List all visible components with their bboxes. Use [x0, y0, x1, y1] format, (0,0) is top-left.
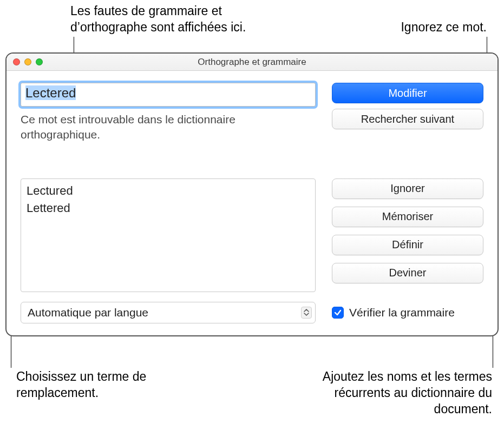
- checkbox-checked-icon[interactable]: [332, 307, 344, 319]
- language-select-value: Automatique par langue: [28, 306, 148, 319]
- callout-choose-replacement: Choisissez un terme de remplacement.: [16, 369, 157, 401]
- suggestions-list[interactable]: Lectured Lettered: [21, 178, 316, 292]
- chevron-up-down-icon: [301, 307, 312, 319]
- callout-add-to-dictionary: Ajoutez les noms et les termes récurrent…: [297, 369, 492, 418]
- find-next-button[interactable]: Rechercher suivant: [332, 109, 483, 129]
- list-item[interactable]: Lettered: [27, 200, 310, 217]
- guess-button[interactable]: Deviner: [332, 263, 483, 283]
- callout-ignore-word: Ignorez ce mot.: [324, 19, 487, 36]
- language-select[interactable]: Automatique par langue: [21, 302, 316, 323]
- spelling-grammar-window: Orthographe et grammaire Lectered Ce mot…: [5, 52, 499, 336]
- ignore-button[interactable]: Ignorer: [332, 178, 483, 199]
- learn-button[interactable]: Mémoriser: [332, 207, 483, 227]
- title-bar: Orthographe et grammaire: [6, 54, 498, 71]
- window-title: Orthographe et grammaire: [6, 57, 498, 68]
- callout-errors-shown-here: Les fautes de grammaire et d’orthographe…: [70, 3, 265, 36]
- misspelled-word-field[interactable]: Lectered: [21, 83, 316, 107]
- list-item[interactable]: Lectured: [27, 182, 310, 200]
- change-button[interactable]: Modifier: [332, 83, 483, 103]
- check-grammar-row[interactable]: Vérifier la grammaire: [332, 306, 483, 319]
- define-button[interactable]: Définir: [332, 235, 483, 255]
- check-grammar-label: Vérifier la grammaire: [349, 306, 455, 319]
- word-selection: Lectered: [25, 85, 76, 100]
- explanation-text: Ce mot est introuvable dans le dictionna…: [21, 112, 316, 143]
